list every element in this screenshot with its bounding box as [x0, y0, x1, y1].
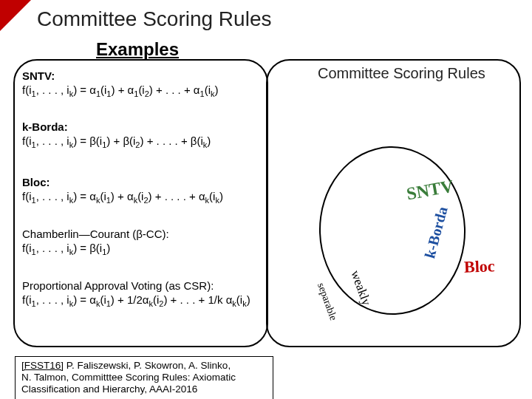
example-sntv: SNTV: f(i1, . . . , ik) = α1(i1) + α1(i2… [22, 69, 218, 100]
example-sntv-name: SNTV: [22, 69, 218, 83]
slide-title: Committee Scoring Rules [37, 7, 271, 31]
example-sntv-formula: f(i1, . . . , ik) = α1(i1) + α1(i2) + . … [22, 83, 218, 100]
tag-bloc: Bloc [464, 256, 495, 276]
example-pav-formula: f(i1, . . . , ik) = αk(i1) + 1/2αk(i2) +… [22, 293, 250, 310]
slide-corner-accent [0, 0, 31, 31]
example-bloc-name: Bloc: [22, 176, 223, 190]
weakly-line1: weakly [349, 269, 374, 310]
weakly-line2: separable [316, 282, 338, 321]
example-cc: Chamberlin—Courant (β-CC): f(i1, . . . ,… [22, 228, 169, 258]
example-kborda-name: k-Borda: [22, 120, 211, 134]
right-panel-label: Committee Scoring Rules [318, 65, 485, 82]
example-pav-name: Proportional Approval Voting (as CSR): [22, 279, 250, 293]
example-bloc-formula: f(i1, . . . , ik) = αk(i1) + αk(i2) + . … [22, 190, 223, 206]
example-cc-name: Chamberlin—Courant (β-CC): [22, 228, 169, 242]
example-bloc: Bloc: f(i1, . . . , ik) = αk(i1) + αk(i2… [22, 176, 223, 206]
citation-ref: [FSST16] [21, 360, 64, 371]
example-kborda: k-Borda: f(i1, . . . , ik) = β(i1) + β(i… [22, 120, 211, 151]
example-pav: Proportional Approval Voting (as CSR): f… [22, 279, 250, 310]
examples-heading: Examples [96, 39, 179, 60]
example-cc-formula: f(i1, . . . , ik) = β(i1) [22, 242, 169, 258]
citation-box: [FSST16] P. Faliszewski, P. Skowron, A. … [15, 356, 273, 399]
example-kborda-formula: f(i1, . . . , ik) = β(i1) + β(i2) + . . … [22, 134, 211, 151]
